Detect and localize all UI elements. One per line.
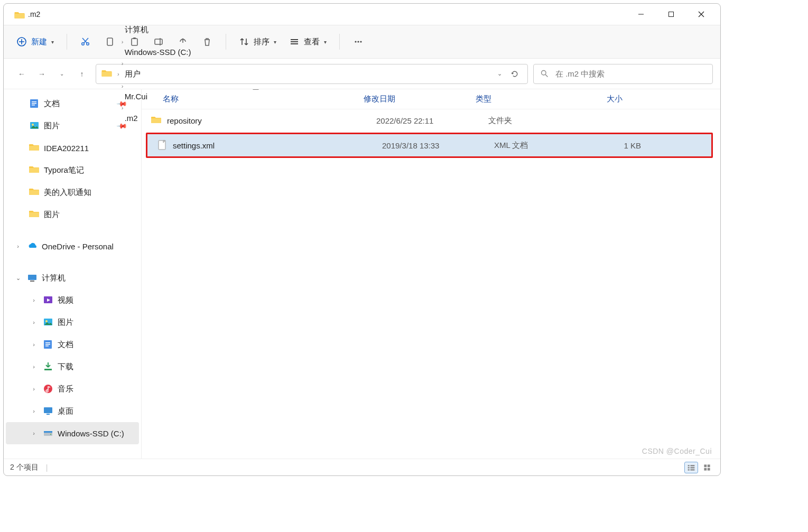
file-size: 1 KB <box>588 141 652 150</box>
column-headers[interactable]: 名称 修改日期 类型 大小 <box>142 89 720 109</box>
pin-icon: 📌 <box>116 98 128 109</box>
minimize-button[interactable] <box>626 6 656 23</box>
more-button[interactable] <box>347 31 369 53</box>
chevron-right-icon: › <box>29 363 39 370</box>
sidebar-item[interactable]: ›下载 <box>6 356 139 378</box>
nav-arrows: ← → ⌄ ↑ <box>11 68 90 80</box>
chevron-down-icon: ▾ <box>274 39 276 45</box>
new-button[interactable]: 新建 ▾ <box>11 31 59 53</box>
file-row[interactable]: settings.xml2019/3/18 13:33XML 文档1 KB <box>147 134 711 156</box>
sidebar-item[interactable]: ›视频 <box>6 289 139 311</box>
maximize-button[interactable] <box>656 6 686 23</box>
breadcrumb-item[interactable]: 计算机 <box>122 23 194 37</box>
sidebar-item-label: 图片 <box>44 210 60 220</box>
breadcrumb-item[interactable]: 用户 <box>122 67 194 81</box>
picture-icon <box>29 121 40 130</box>
toolbar: 新建 ▾ 排序 ▾ 查看 ▾ <box>4 25 720 59</box>
refresh-icon[interactable] <box>510 70 519 78</box>
chevron-right-icon: › <box>117 71 119 77</box>
music-icon <box>43 384 53 394</box>
titlebar: .m2 <box>4 4 720 25</box>
sidebar-item[interactable]: ›图片 <box>6 311 139 333</box>
status-item-count: 2 个项目 <box>10 463 39 472</box>
sidebar-item[interactable]: ›Windows-SSD (C:) <box>6 422 139 444</box>
sidebar-item-label: 视频 <box>58 295 73 305</box>
sidebar-item[interactable]: ›桌面 <box>6 400 139 422</box>
separator <box>67 34 67 50</box>
folder-icon <box>151 116 162 125</box>
search-input[interactable] <box>554 69 706 79</box>
folder-icon <box>101 69 112 79</box>
address-bar[interactable]: › 计算机›Windows-SSD (C:)›用户›Mr.Cui›.m2 ⌄ <box>96 64 528 84</box>
chevron-right-icon: › <box>122 39 124 45</box>
highlight-box: settings.xml2019/3/18 13:33XML 文档1 KB <box>146 133 713 158</box>
sidebar-onedrive[interactable]: › OneDrive - Personal <box>6 235 139 257</box>
up-button[interactable]: ↑ <box>76 68 88 80</box>
sidebar-item[interactable]: ›音乐 <box>6 378 139 400</box>
plus-circle-icon <box>16 36 27 47</box>
trash-icon <box>202 36 212 47</box>
explorer-window: .m2 新建 ▾ 排序 ▾ 查看 ▾ <box>3 3 721 476</box>
sidebar-item-label: 计算机 <box>42 273 66 283</box>
sidebar-item[interactable]: 文档📌 <box>6 92 139 115</box>
svg-rect-46 <box>668 12 673 17</box>
file-type: 文件夹 <box>488 116 582 126</box>
chevron-down-icon: ▾ <box>51 39 54 45</box>
search-icon <box>540 69 549 78</box>
video-icon <box>43 295 53 305</box>
delete-button[interactable] <box>196 31 218 53</box>
file-row[interactable]: repository2022/6/25 22:11文件夹 <box>142 109 720 132</box>
sidebar-item-label: 音乐 <box>58 384 73 394</box>
sidebar-item[interactable]: 美的入职通知 <box>6 181 139 203</box>
body: 文档📌图片📌IDEA202211Typora笔记美的入职通知图片 › OneDr… <box>4 89 720 459</box>
copy-button[interactable] <box>99 31 121 53</box>
view-toggles <box>684 462 714 473</box>
breadcrumb-item[interactable]: Windows-SSD (C:) <box>122 45 194 59</box>
close-button[interactable] <box>686 6 716 23</box>
more-icon <box>353 36 364 47</box>
column-type[interactable]: 类型 <box>476 94 570 104</box>
chevron-down-icon: ⌄ <box>13 275 23 282</box>
sidebar-computer[interactable]: ⌄ 计算机 <box>6 267 139 289</box>
folder-icon <box>29 188 40 197</box>
sidebar-item-label: Typora笔记 <box>44 165 84 175</box>
sidebar-item[interactable]: Typora笔记 <box>6 159 139 181</box>
column-size[interactable]: 大小 <box>570 94 633 104</box>
sidebar-item[interactable]: ›文档 <box>6 333 139 356</box>
separator <box>226 34 226 50</box>
picture-icon <box>43 318 53 327</box>
folder-icon <box>29 165 40 175</box>
chevron-right-icon: › <box>122 60 124 67</box>
view-icon <box>289 36 300 47</box>
chevron-right-icon: › <box>29 319 39 325</box>
chevron-down-icon[interactable]: ⌄ <box>497 70 502 77</box>
file-type: XML 文档 <box>494 141 588 151</box>
view-button[interactable]: 查看 ▾ <box>284 31 332 53</box>
sidebar-item[interactable]: 图片 <box>6 203 139 226</box>
cut-button[interactable] <box>75 31 97 53</box>
sidebar[interactable]: 文档📌图片📌IDEA202211Typora笔记美的入职通知图片 › OneDr… <box>4 89 142 459</box>
back-button[interactable]: ← <box>15 68 28 80</box>
folder-icon <box>14 11 24 18</box>
sidebar-item-label: 下载 <box>58 362 73 372</box>
sidebar-item[interactable]: 图片📌 <box>6 115 139 137</box>
recent-button[interactable]: ⌄ <box>55 68 68 80</box>
sidebar-item-label: 图片 <box>44 121 60 131</box>
search-box[interactable] <box>533 64 713 84</box>
thumbnails-view-button[interactable] <box>700 462 714 473</box>
details-view-button[interactable] <box>684 462 698 473</box>
folder-icon <box>29 210 40 219</box>
file-name: repository <box>167 116 376 125</box>
forward-button[interactable]: → <box>35 68 48 80</box>
chevron-right-icon: › <box>122 83 124 89</box>
new-label: 新建 <box>31 37 47 47</box>
sidebar-item-label: OneDrive - Personal <box>42 242 114 251</box>
sidebar-item-label: Windows-SSD (C:) <box>58 429 124 438</box>
sidebar-item-label: IDEA202211 <box>44 144 89 153</box>
column-name[interactable]: 名称 <box>163 94 364 104</box>
sidebar-item[interactable]: IDEA202211 <box>6 137 139 159</box>
separator <box>339 34 340 50</box>
sidebar-item-label: 美的入职通知 <box>44 188 91 198</box>
column-date[interactable]: 修改日期 <box>364 94 476 104</box>
sort-button[interactable]: 排序 ▾ <box>234 31 282 53</box>
